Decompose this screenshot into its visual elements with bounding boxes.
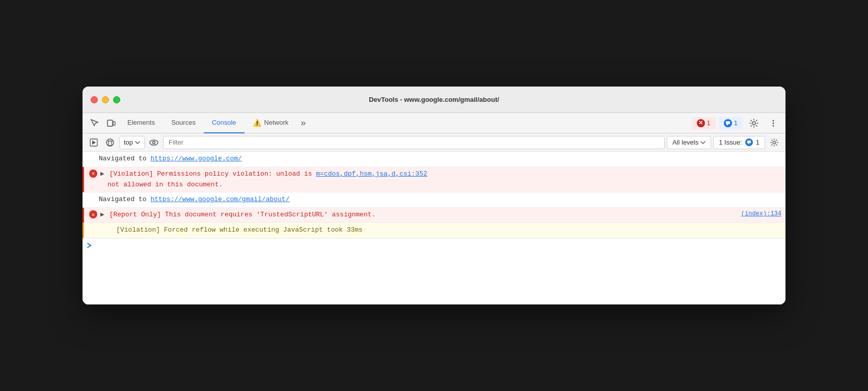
row1-content: Navigated to https://www.google.com/ (99, 154, 781, 164)
console-row-3: Navigated to https://www.google.com/gmai… (83, 192, 785, 208)
row3-icon (87, 194, 97, 195)
tab-bar-right: ✕ 1 1 (692, 115, 781, 131)
row4-content: ▶ [Report Only] This document requires '… (100, 210, 741, 220)
log-levels-dropdown[interactable]: All levels (667, 136, 711, 149)
issues-message-icon (745, 138, 753, 146)
devtools-body: Elements Sources Console ⚠️ Network » ✕ (83, 113, 785, 304)
message-icon (724, 119, 732, 127)
row2-link[interactable]: m=cdos,dpf,hsm,jsa,d,csi:352 (316, 170, 427, 178)
row5-content: [Violation] Forced reflow while executin… (100, 225, 781, 236)
console-prompt (87, 242, 93, 252)
svg-rect-2 (726, 121, 730, 124)
more-options-button[interactable] (765, 115, 781, 131)
info-badge-button[interactable]: 1 (719, 117, 743, 129)
custom-formatters-button[interactable] (147, 135, 161, 150)
row4-icon: ✕ (88, 210, 98, 218)
minimize-button[interactable] (102, 96, 109, 103)
console-row-2: ✕ ▶ [Violation] Permissions policy viola… (83, 167, 785, 193)
execute-button[interactable] (87, 135, 101, 150)
row3-link[interactable]: https://www.google.com/gmail/about/ (150, 196, 289, 203)
svg-rect-14 (747, 141, 751, 143)
clear-icon (106, 138, 114, 147)
row4-main: [Report Only] This document requires 'Tr… (110, 211, 376, 218)
svg-rect-0 (107, 120, 113, 126)
row2-icon: ✕ (88, 169, 98, 178)
tab-bar: Elements Sources Console ⚠️ Network » ✕ (83, 113, 785, 133)
svg-marker-3 (726, 124, 728, 126)
tab-console[interactable]: Console (204, 113, 245, 133)
error-icon: ✕ (697, 119, 705, 127)
more-tabs-button[interactable]: » (296, 118, 310, 128)
svg-point-10 (106, 139, 114, 146)
network-warning-icon: ⚠️ (253, 119, 261, 127)
tab-sources[interactable]: Sources (163, 113, 204, 133)
console-output: Navigated to https://www.google.com/ ✕ ▶… (83, 152, 785, 304)
svg-point-12 (150, 140, 158, 145)
svg-marker-9 (92, 141, 96, 145)
console-gear-icon (770, 138, 778, 147)
close-button[interactable] (91, 96, 98, 103)
device-icon (106, 119, 116, 128)
console-toolbar: top All levels (83, 133, 785, 152)
filter-input[interactable] (163, 136, 665, 149)
row1-link[interactable]: https://www.google.com/ (150, 155, 241, 162)
tab-elements[interactable]: Elements (119, 113, 163, 133)
row2-continuation: not allowed in this document. (100, 181, 223, 188)
svg-marker-15 (748, 143, 749, 145)
svg-point-4 (752, 122, 755, 125)
inspect-icon (90, 119, 99, 128)
device-toggle-button[interactable] (103, 115, 119, 131)
console-row-1: Navigated to https://www.google.com/ (83, 152, 785, 167)
gear-icon (749, 119, 758, 128)
chevron-down-icon (135, 141, 140, 145)
error-circle-icon: ✕ (89, 170, 97, 178)
console-input-row (83, 238, 785, 255)
titlebar: DevTools - www.google.com/gmail/about/ (83, 87, 785, 113)
row2-expand[interactable]: ▶ (100, 170, 104, 178)
issues-button[interactable]: 1 Issue: 1 (713, 136, 765, 149)
window-title: DevTools - www.google.com/gmail/about/ (369, 96, 499, 103)
row5-main: [Violation] Forced reflow while executin… (100, 226, 363, 234)
error-circle-icon-2: ✕ (89, 210, 97, 218)
row3-prefix: Navigated to (99, 196, 150, 203)
svg-point-16 (773, 141, 775, 144)
maximize-button[interactable] (113, 96, 120, 103)
svg-point-13 (153, 141, 155, 144)
settings-button[interactable] (746, 115, 762, 131)
console-input[interactable] (96, 243, 781, 250)
row1-prefix: Navigated to (99, 155, 150, 162)
svg-point-6 (773, 122, 774, 124)
row3-content: Navigated to https://www.google.com/gmai… (99, 194, 781, 205)
row5-icon (88, 225, 98, 226)
row4-source[interactable]: (index):134 (741, 210, 781, 217)
inspect-icon-button[interactable] (87, 115, 103, 131)
svg-point-5 (773, 120, 774, 121)
console-row-5: [Violation] Forced reflow while executin… (83, 223, 785, 238)
svg-rect-1 (113, 122, 115, 125)
error-badge-button[interactable]: ✕ 1 (692, 117, 716, 129)
more-vertical-icon (769, 119, 778, 128)
context-selector[interactable]: top (119, 136, 145, 149)
tab-network[interactable]: ⚠️ Network (245, 113, 297, 133)
row4-expand[interactable]: ▶ (100, 211, 104, 218)
levels-chevron-icon (700, 141, 706, 145)
devtools-window: DevTools - www.google.com/gmail/about/ E… (83, 87, 785, 304)
clear-console-button[interactable] (103, 135, 117, 150)
row1-icon (87, 154, 97, 154)
row2-main: [Violation] Permissions policy violation… (110, 170, 316, 178)
console-row-4: ✕ ▶ [Report Only] This document requires… (83, 208, 785, 223)
svg-point-7 (773, 125, 774, 126)
traffic-lights (91, 96, 120, 103)
row2-content: ▶ [Violation] Permissions policy violati… (100, 169, 781, 190)
console-settings-button[interactable] (767, 135, 781, 150)
play-icon (90, 138, 98, 147)
eye-icon (149, 139, 158, 146)
